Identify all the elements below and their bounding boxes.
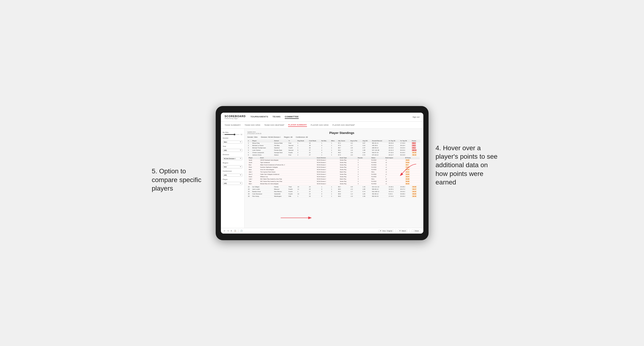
- slider-max: 52: [240, 134, 242, 135]
- points-badge[interactable]: 40.02: [412, 190, 417, 192]
- share-button[interactable]: ↑ Share: [412, 230, 420, 232]
- slider-min: 4: [223, 134, 224, 135]
- slider-fill: [224, 134, 235, 135]
- inner-table-row: TigerSEC Stroke Play hosted by Jerry Pat…: [248, 180, 420, 182]
- watch-icon: 👁: [399, 230, 401, 232]
- table-row: 22 Ian Gilligan Florida Third 10 24 1 1 …: [248, 186, 420, 188]
- col-rank: #: [248, 140, 252, 142]
- sub-nav-player-h2h-heatmap[interactable]: PLAYER H2H HEATMAP: [332, 124, 355, 127]
- points-badge[interactable]: 68.34: [412, 149, 417, 151]
- filter-gender: Gender: Men: [248, 136, 258, 138]
- view-original-button[interactable]: 👁 View: Original: [378, 230, 394, 232]
- sub-nav-team-h2h-grid[interactable]: TEAM H2H GRID: [244, 124, 260, 127]
- table-row: 6 Jackson Koivu Auburn First 2 27 1 1 67…: [248, 154, 420, 156]
- points-badge[interactable]: 88.2: [412, 142, 416, 144]
- table-row: 4 Luke Clanton Florida State Second 5 27…: [248, 149, 420, 151]
- inner-table-row: MareAmer Am IntercollegiateNCAA Division…: [248, 169, 420, 171]
- table-header: # Player School Yr Reg Rank Conf Rank No…: [248, 140, 420, 142]
- toolbar-divider: [238, 229, 238, 232]
- col-avg-to-par: Avg to Par: [350, 140, 362, 142]
- filter-region: Region: All: [284, 136, 292, 138]
- slider-thumb: [234, 134, 235, 135]
- table-row: 3 Michael Thorbjornsen Stanford Fourth 1…: [248, 147, 420, 149]
- sub-nav-player-summary[interactable]: PLAYER SUMMARY: [288, 123, 307, 127]
- sidebar: No Rds. 4 52 Gender Men Year: [221, 129, 244, 228]
- view-icon: 👁: [380, 230, 382, 232]
- nav-items: TOURNAMENTS TEAMS COMMITTEE: [250, 115, 412, 119]
- update-time-label: Update time: 27/01/2024 16:56:26: [248, 131, 262, 134]
- division-select[interactable]: NCAA Division I: [223, 157, 242, 160]
- table-row: 24 Bastien Amat New Mexico Fourth 1 27 2…: [248, 190, 420, 193]
- region-select[interactable]: N/A: [223, 165, 242, 169]
- logo-text: SCOREBOARD: [225, 115, 246, 118]
- inner-table-row: Jake lThe Cypress Point ClassicNCAA Divi…: [248, 171, 420, 173]
- points-badge[interactable]: 38.49: [412, 195, 417, 197]
- sub-nav-team-h2h-heatmap[interactable]: TEAM H2H HEATMAP: [264, 124, 284, 127]
- points-badge-hovered[interactable]: 58.18: [412, 154, 417, 156]
- year-select[interactable]: (All): [223, 149, 242, 152]
- table-body: 1 Wenyi Ding Arizona State First 1 15 1 …: [248, 142, 420, 197]
- player-standings-table: # Player School Yr Reg Rank Conf Rank No…: [248, 140, 420, 198]
- col-points: Points: [411, 140, 420, 142]
- points-badge[interactable]: 39.95: [412, 193, 417, 195]
- gender-label: Gender: [223, 137, 242, 139]
- col-school: School: [274, 140, 288, 142]
- points-badge[interactable]: 70.1: [412, 147, 416, 149]
- nav-teams[interactable]: TEAMS: [272, 115, 280, 119]
- points-badge[interactable]: 40.27: [412, 188, 417, 190]
- tooltip-expansion-row: Player Event Event Division Event Type R…: [248, 156, 420, 186]
- sign-out-button[interactable]: Sign out: [412, 116, 419, 118]
- share-icon: ↑: [413, 230, 414, 232]
- main-content: No Rds. 4 52 Gender Men Year: [221, 129, 423, 228]
- toolbar-divider-2: [396, 229, 396, 232]
- col-vs50: Vs Top 50: [400, 140, 411, 142]
- inner-table-row: DavidWilliams CupNCAA Division IStroke P…: [248, 175, 420, 178]
- gender-select[interactable]: Men: [223, 141, 242, 144]
- col-overall: Overall Record: [371, 140, 388, 142]
- table-title: Player Standings: [330, 131, 354, 135]
- update-time-block: Update time: 27/01/2024 16:56:26: [248, 131, 264, 134]
- tablet-device: SCOREBOARD Powered by clippi TOURNAMENTS…: [216, 106, 428, 240]
- watch-button[interactable]: 👁 Watch: [398, 230, 408, 232]
- table-row: 23 Jack Lundin Missouri Fourth 11 24 0 1…: [248, 188, 420, 190]
- logo-area: SCOREBOARD Powered by clippi: [225, 115, 246, 119]
- points-badge[interactable]: 50.58: [412, 186, 417, 188]
- col-no-rds: No Rds.: [321, 140, 330, 142]
- inner-table-row: Alex CFallen Oak Collegiate Invitational…: [248, 173, 420, 175]
- annotation-bottom-left: 5. Option to compare specific players: [152, 167, 208, 193]
- col-reg-rank: Reg Rank: [297, 140, 308, 142]
- nav-committee[interactable]: COMMITTEE: [285, 115, 299, 119]
- conference-select[interactable]: (All): [223, 173, 242, 177]
- inner-table-row: PhichSouthern Highlands CollegiateNCAA D…: [248, 166, 420, 169]
- inner-table-row: Matt lMirobel Maui Jim IntercollegiateNC…: [248, 182, 420, 185]
- player-select[interactable]: (All): [223, 182, 242, 185]
- no-rds-label: No Rds.: [223, 132, 242, 133]
- undo-icon[interactable]: ↩: [224, 230, 226, 232]
- sub-nav: TEAM SUMMARY TEAM H2H GRID TEAM H2H HEAT…: [221, 122, 423, 129]
- table-row: 2 Michael La Sasso Ole Miss Second 1 18 …: [248, 144, 420, 147]
- sub-nav-player-h2h-grid[interactable]: PLAYER H2H GRID: [311, 124, 329, 127]
- redo-icon[interactable]: ↪: [227, 230, 229, 232]
- copy-icon[interactable]: ⎘: [231, 230, 232, 232]
- logo-sub: Powered by clippi: [225, 118, 246, 119]
- paste-icon[interactable]: 📋: [234, 230, 236, 232]
- year-label: Year: [223, 146, 242, 147]
- slider-track: [224, 134, 240, 135]
- col-wins: Wins: [330, 140, 337, 142]
- col-player: Player: [252, 140, 274, 142]
- nav-bar: SCOREBOARD Powered by clippi TOURNAMENTS…: [221, 113, 423, 122]
- region-label: Region: [223, 162, 242, 164]
- bottom-toolbar: ↩ ↪ ⎘ 📋 🕐 👁 View: Original 👁 Watch: [221, 228, 423, 234]
- points-badge[interactable]: 60.49: [412, 152, 417, 154]
- col-conf-rank: Conf Rank: [308, 140, 321, 142]
- sub-nav-team-summary[interactable]: TEAM SUMMARY: [225, 124, 241, 127]
- inner-table-row: JacobTiger InvitationalNCAA Division ISt…: [248, 161, 420, 164]
- nav-tournaments[interactable]: TOURNAMENTS: [250, 115, 268, 119]
- inner-table: Player Event Event Division Event Type R…: [248, 157, 420, 185]
- conference-label: Conference: [223, 170, 242, 172]
- filter-conference: Conference: All: [296, 136, 308, 138]
- inner-table-body: JacobUNCW Seahawk IntercollegiateNCAA Di…: [248, 159, 420, 185]
- points-badge[interactable]: 76.2: [412, 145, 416, 147]
- col-adj-score: Adj. Score: [338, 140, 350, 142]
- no-rds-slider[interactable]: 4 52: [223, 134, 242, 135]
